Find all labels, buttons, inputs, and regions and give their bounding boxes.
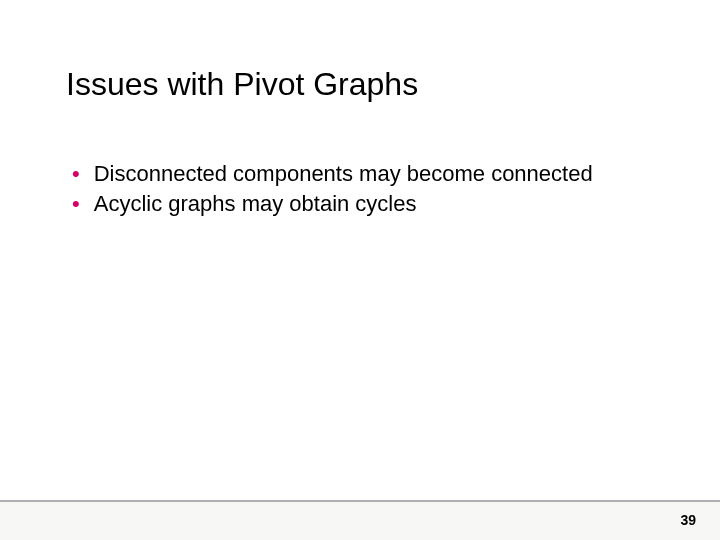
footer-divider [0,500,720,502]
bullet-icon: • [72,190,80,218]
list-item: • Acyclic graphs may obtain cycles [72,190,660,218]
footer-strip [0,502,720,540]
page-number: 39 [680,512,696,528]
slide-title: Issues with Pivot Graphs [66,66,418,103]
bullet-text: Disconnected components may become conne… [94,160,660,188]
slide-body: • Disconnected components may become con… [72,160,660,219]
list-item: • Disconnected components may become con… [72,160,660,188]
slide: Issues with Pivot Graphs • Disconnected … [0,0,720,540]
bullet-icon: • [72,160,80,188]
bullet-text: Acyclic graphs may obtain cycles [94,190,660,218]
